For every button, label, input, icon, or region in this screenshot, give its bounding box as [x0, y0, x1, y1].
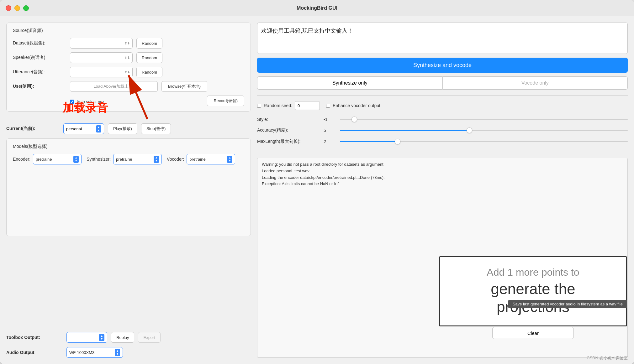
enhance-label: Enhance vocoder output — [333, 103, 380, 108]
maxlength-label: MaxLength(最大句长): — [257, 139, 320, 144]
projection-pretext: Add 1 more points to — [452, 267, 614, 278]
tooltip-box: Save last generated vocoder audio in fil… — [508, 300, 627, 308]
models-section: Models(模型选择) Encoder: pretraine ▲▼ — [6, 138, 251, 236]
use-label: Use(使用): — [13, 84, 66, 89]
export-button[interactable]: Export — [138, 332, 161, 343]
use-row: Use(使用): Load Above(加载上面) Browse(打开本地) — [13, 81, 244, 92]
vocoder-value: pretraine — [189, 157, 205, 162]
replay-button[interactable]: Replay — [111, 332, 134, 343]
accuracy-row: Accuracy(精度): 5 — [257, 127, 628, 133]
close-button[interactable] — [6, 5, 11, 11]
dataset-random-button[interactable]: Random — [136, 38, 162, 49]
audio-arrows: ▲▼ — [115, 349, 120, 356]
style-value: -1 — [324, 117, 336, 122]
window-title: MockingBird GUI — [297, 5, 337, 11]
projection-popup: Add 1 more points to generate the projec… — [439, 256, 627, 326]
vocoder-label: Vocoder: — [167, 157, 184, 162]
synthesize-only-button[interactable]: Synthesize only — [257, 76, 443, 90]
encoder-value: pretraine — [36, 157, 52, 162]
utterance-random-button[interactable]: Random — [136, 67, 162, 77]
speaker-random-button[interactable]: Random — [136, 52, 162, 63]
accuracy-fill — [340, 130, 469, 131]
auto-select-label: Auto select next — [77, 99, 106, 104]
vocoder-select[interactable]: pretraine ▲▼ — [187, 154, 235, 164]
toolbox-arrows: ▲▼ — [99, 334, 104, 341]
record-button[interactable]: Record(录音) — [207, 96, 244, 106]
source-section: Source(源音频) Dataset(数据集): ⬆⬇ Random Spea… — [6, 23, 251, 112]
watermark: CSDN @小虎AI实验室 — [587, 355, 628, 361]
style-label: Style: — [257, 117, 320, 122]
accuracy-slider[interactable] — [340, 130, 628, 131]
encoder-select[interactable]: pretraine ▲▼ — [33, 154, 82, 164]
load-above-button[interactable]: Load Above(加载上面) — [70, 81, 158, 92]
dataset-select[interactable] — [70, 38, 133, 49]
separator — [257, 95, 628, 96]
text-input-area[interactable]: 欢迎使用工具箱,现已支持中文输入！ — [257, 23, 628, 54]
speaker-select[interactable] — [70, 52, 133, 63]
encoder-item: Encoder: pretraine ▲▼ — [13, 154, 82, 164]
current-label: Current(当前): — [6, 126, 60, 132]
random-seed-checkbox[interactable] — [257, 104, 261, 108]
separator2 — [257, 152, 628, 152]
projection-text: generate the projections — [452, 280, 614, 316]
synthesizer-value: pretraine — [116, 157, 132, 162]
accuracy-label: Accuracy(精度): — [257, 127, 320, 133]
speaker-label: Speaker(说话者) — [13, 55, 66, 60]
dataset-label: Dataset(数据集): — [13, 40, 66, 46]
dataset-row: Dataset(数据集): ⬆⬇ Random — [13, 38, 244, 49]
synth-vocode-row: Synthesize only Vocode only — [257, 76, 628, 90]
vocoder-item: Vocoder: pretraine ▲▼ — [167, 154, 235, 164]
current-value: personal_ — [66, 127, 84, 131]
utterance-select[interactable] — [70, 67, 133, 77]
audio-row: Audio Output WF-1000XM3 ▲▼ — [6, 347, 251, 358]
vocode-only-button[interactable]: Vocode only — [443, 76, 628, 90]
stop-button[interactable]: Stop(暂停) — [141, 123, 171, 134]
accuracy-slider-thumb — [467, 127, 472, 133]
synthesizer-select[interactable]: pretraine ▲▼ — [113, 154, 162, 164]
utterance-label: Utterance(音频): — [13, 69, 66, 75]
dataset-select-wrapper: ⬆⬇ — [70, 38, 133, 49]
models-title: Models(模型选择) — [13, 144, 244, 149]
style-slider[interactable] — [340, 119, 628, 120]
source-title: Source(源音频) — [13, 28, 244, 34]
play-button[interactable]: Play(播放) — [108, 123, 137, 134]
auto-select-checkbox[interactable] — [70, 100, 74, 104]
toolbox-select[interactable]: ▲▼ — [66, 332, 107, 343]
random-seed-group: Random seed: — [257, 101, 320, 110]
minimize-button[interactable] — [14, 5, 20, 11]
auto-select-row: Auto select next — [70, 99, 106, 104]
traffic-lights — [6, 5, 29, 11]
maxlength-value: 2 — [324, 139, 336, 144]
speaker-select-wrapper: ⬆⬇ — [70, 52, 133, 63]
accuracy-value: 5 — [324, 128, 336, 133]
log-line-4: Exception: Axis limits cannot be NaN or … — [262, 181, 623, 187]
log-line-2: Loaded personal_test.wav — [262, 168, 623, 174]
utterance-select-wrapper: ⬆⬇ — [70, 67, 133, 77]
synthesize-vocode-button[interactable]: Synthesize and vocode — [257, 58, 628, 73]
maxlength-row: MaxLength(最大句长): 2 — [257, 139, 628, 144]
log-line-1: Warning: you did not pass a root directo… — [262, 161, 623, 168]
clear-button[interactable]: Clear — [492, 327, 574, 339]
random-seed-input[interactable] — [295, 101, 320, 110]
audio-select[interactable]: WF-1000XM3 ▲▼ — [66, 347, 123, 358]
text-content: 欢迎使用工具箱,现已支持中文输入！ — [261, 28, 353, 34]
toolbox-row: Toolbox Output: ▲▼ Replay Export — [6, 332, 251, 343]
maximize-button[interactable] — [23, 5, 29, 11]
current-spinner-arrows: ▲ ▼ — [96, 125, 101, 133]
random-seed-label: Random seed: — [264, 103, 292, 108]
maxlength-slider[interactable] — [340, 141, 628, 142]
speaker-row: Speaker(说话者) ⬆⬇ Random — [13, 52, 244, 63]
models-row: Encoder: pretraine ▲▼ Synthesizer: pretr… — [13, 154, 244, 164]
app-window: MockingBird GUI Source(源音频) Dataset(数据集)… — [0, 0, 634, 364]
maxlength-slider-thumb — [395, 139, 400, 144]
browse-button[interactable]: Browse(打开本地) — [161, 81, 207, 92]
style-slider-thumb — [351, 117, 357, 122]
enhance-checkbox[interactable] — [326, 104, 330, 108]
maxlength-fill — [340, 141, 398, 142]
log-line-3: Loading the encoder data/ckpt/encoder/pr… — [262, 174, 623, 181]
encoder-arrows: ▲▼ — [73, 156, 79, 163]
clear-button-area: Clear — [439, 327, 627, 339]
spacer — [6, 241, 251, 328]
enhance-group: Enhance vocoder output — [326, 103, 380, 108]
current-select[interactable]: personal_ ▲ ▼ — [63, 123, 104, 134]
